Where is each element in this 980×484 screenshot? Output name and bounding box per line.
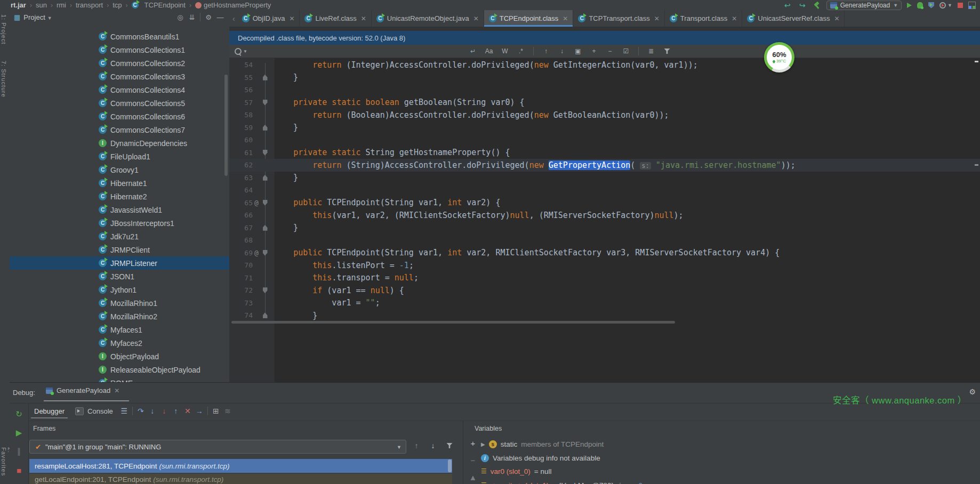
hide-panel-icon[interactable]: — [214, 12, 226, 22]
locate-icon[interactable]: ◎ [174, 12, 186, 22]
remove-watch-icon[interactable]: − [467, 455, 479, 465]
newline-icon[interactable]: ↵ [467, 46, 479, 57]
tree-item-CommonsBeanutils1[interactable]: CCommonsBeanutils1 [10, 30, 229, 43]
breadcrumb[interactable]: rt.jar›sun›rmi›transport›tcp›CTCPEndpoin… [0, 1, 271, 9]
build-hammer-icon[interactable] [814, 2, 821, 9]
line-number[interactable]: 67 [229, 224, 253, 232]
hamburger-icon[interactable]: ☰ [118, 406, 130, 416]
editor-tab-TCPTransport.class[interactable]: CTCPTransport.class✕ [573, 10, 664, 27]
line-number[interactable]: 70 [229, 261, 253, 269]
variable-row[interactable]: ☰<monitor> (slot_1) = {HashMap@780} size… [481, 479, 642, 484]
editor-tab-Transport.class[interactable]: CTransport.class✕ [665, 10, 742, 27]
whole-words-icon[interactable]: W [499, 46, 511, 57]
tree-item-CommonsCollections5[interactable]: CCommonsCollections5 [10, 96, 229, 110]
close-icon[interactable]: ✕ [289, 15, 294, 22]
breadcrumb-item[interactable]: sun [36, 1, 47, 9]
editor-hscrollbar[interactable] [231, 321, 675, 324]
chevron-down-icon[interactable]: ▼ [243, 49, 247, 54]
tree-item-JBossInterceptors1[interactable]: CJBossInterceptors1 [10, 216, 229, 230]
frame-up-icon[interactable]: ↑ [411, 440, 422, 451]
frames-scrollbar[interactable] [448, 459, 452, 472]
run-to-cursor-icon[interactable]: → [194, 406, 205, 416]
fold-marker-icon[interactable] [263, 125, 268, 131]
tree-item-ReleaseableObjectPayload[interactable]: IReleaseableObjectPayload [10, 363, 229, 376]
resume-icon[interactable]: ▶ [13, 427, 25, 438]
tree-item-JRMPListener[interactable]: CJRMPListener [10, 256, 229, 270]
rerun-icon[interactable]: ↻ [13, 409, 25, 420]
tree-item-MozillaRhino2[interactable]: CMozillaRhino2 [10, 310, 229, 323]
frame-down-icon[interactable]: ↓ [427, 440, 439, 451]
close-icon[interactable]: ✕ [654, 15, 660, 22]
line-number[interactable]: 71 [229, 274, 253, 282]
tree-item-MozillaRhino1[interactable]: CMozillaRhino1 [10, 296, 229, 310]
close-icon[interactable]: ✕ [563, 15, 568, 22]
hide-library-frames-icon[interactable] [444, 440, 455, 451]
editor-tab-ObjID.java[interactable]: CObjID.java✕ [237, 10, 300, 27]
line-number[interactable]: 59 [229, 124, 253, 132]
tree-item-Jython1[interactable]: CJython1 [10, 283, 229, 296]
evaluate-expression-icon[interactable]: ⊞ [210, 406, 222, 416]
profiler-button[interactable] [939, 2, 946, 9]
collapse-all-icon[interactable]: ⇊ [186, 12, 198, 22]
line-number[interactable]: 60 [229, 136, 253, 144]
add-watch-icon[interactable]: + [467, 438, 479, 448]
tree-item-CommonsCollections2[interactable]: CCommonsCollections2 [10, 57, 229, 70]
add-selection-icon[interactable]: + [588, 46, 600, 57]
line-number[interactable]: 63 [229, 174, 253, 182]
multiline-icon[interactable]: ≣ [645, 46, 657, 57]
breadcrumb-item[interactable]: CTCPEndpoint [132, 1, 186, 9]
debug-tab-Console[interactable]: Console [70, 404, 118, 418]
select-all-occurrences-icon[interactable]: ▣ [572, 46, 584, 57]
tree-item-CommonsCollections1[interactable]: CCommonsCollections1 [10, 43, 229, 57]
line-number[interactable]: 57 [229, 99, 253, 107]
tree-item-JSON1[interactable]: CJSON1 [10, 270, 229, 283]
tree-item-CommonsCollections6[interactable]: CCommonsCollections6 [10, 110, 229, 123]
fold-marker-icon[interactable] [263, 287, 268, 293]
variable-row[interactable]: ▶sstatic members of TCPEndpoint [481, 438, 604, 450]
tree-item-JavassistWeld1[interactable]: CJavassistWeld1 [10, 203, 229, 216]
tree-item-Myfaces2[interactable]: CMyfaces2 [10, 336, 229, 350]
fold-marker-icon[interactable] [263, 175, 268, 181]
next-occurrence-icon[interactable]: ↓ [556, 46, 568, 57]
stop-button[interactable] [958, 3, 963, 8]
tree-item-ROME[interactable]: CROME [10, 376, 229, 382]
drop-frame-icon[interactable]: ✕ [182, 406, 194, 416]
line-number[interactable]: 73 [229, 299, 253, 307]
tree-item-Hibernate1[interactable]: CHibernate1 [10, 176, 229, 190]
tree-item-CommonsCollections3[interactable]: CCommonsCollections3 [10, 70, 229, 83]
fold-marker-icon[interactable] [263, 100, 268, 106]
fold-marker-icon[interactable] [263, 312, 268, 318]
undo-arrow-icon[interactable]: ↩ [782, 0, 793, 11]
tree-item-Groovy1[interactable]: CGroovy1 [10, 163, 229, 176]
expander-icon[interactable]: ▶ [481, 441, 485, 447]
tree-item-JRMPClient[interactable]: CJRMPClient [10, 243, 229, 256]
breadcrumb-item[interactable]: tcp [113, 1, 122, 9]
line-number[interactable]: 72 [229, 286, 253, 294]
breadcrumb-item[interactable]: getHostnameProperty [195, 1, 271, 9]
run-button[interactable] [907, 3, 912, 8]
frame-row[interactable]: getLocalEndpoint:201, TCPEndpoint(sun.rm… [29, 474, 452, 484]
tree-scrollbar[interactable] [224, 75, 228, 176]
editor-tab-UnicastRemoteObject.java[interactable]: CUnicastRemoteObject.java✕ [372, 10, 484, 27]
tree-item-Myfaces1[interactable]: CMyfaces1 [10, 323, 229, 336]
line-number[interactable]: 64 [229, 186, 253, 194]
thread-selector[interactable]: ✔ "main"@1 in group "main": RUNNING ▼ [29, 440, 406, 454]
system-accelerator-ball[interactable]: 60% 39°C [764, 42, 794, 72]
tool-windows-icon[interactable] [968, 2, 976, 9]
debug-tab-Debugger[interactable]: Debugger [29, 404, 70, 418]
breadcrumb-item[interactable]: transport [76, 1, 103, 9]
tree-item-DynamicDependencies[interactable]: IDynamicDependencies [10, 136, 229, 150]
tree-item-CommonsCollections7[interactable]: CCommonsCollections7 [10, 123, 229, 136]
project-panel-title[interactable]: Project [23, 13, 45, 21]
tree-item-Hibernate2[interactable]: CHibernate2 [10, 190, 229, 203]
variable-row[interactable]: ☰var0 (slot_0) = null [481, 465, 551, 478]
settings-gear-icon[interactable]: ⚙ [203, 12, 214, 22]
search-icon[interactable] [235, 48, 242, 55]
tree-item-ObjectPayload[interactable]: IObjectPayload [10, 350, 229, 363]
move-watch-up-icon[interactable]: ▲ [467, 472, 479, 482]
tree-item-Jdk7u21[interactable]: CJdk7u21 [10, 230, 229, 243]
line-number[interactable]: 58 [229, 111, 253, 119]
frames-variables-splitter[interactable] [463, 421, 463, 484]
frame-row[interactable]: resampleLocalHost:281, TCPEndpoint(sun.r… [29, 459, 452, 473]
fold-marker-icon[interactable] [263, 225, 268, 231]
